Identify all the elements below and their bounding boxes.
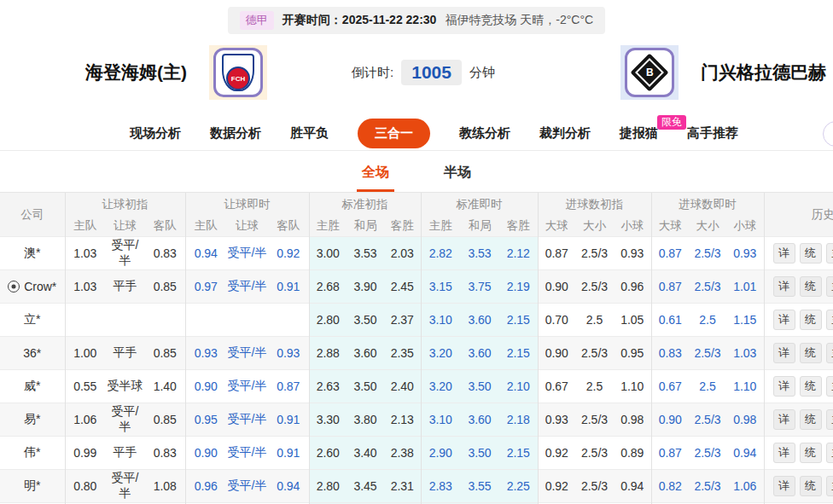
odds-cell: 2.5/3 (575, 237, 614, 270)
history-detail-button[interactable]: 详 (773, 310, 795, 330)
history-stats-button[interactable]: 统 (800, 443, 822, 463)
odds-cell: 1.01 (726, 270, 764, 304)
odds-cell: 1.06 (726, 470, 764, 503)
company-cell[interactable]: 立* (0, 304, 65, 337)
company-cell[interactable]: 明* (0, 470, 65, 503)
nav-item-referee-analysis[interactable]: 裁判分析 (539, 125, 591, 142)
tab-full-match[interactable]: 全场 (357, 164, 394, 192)
company-cell[interactable]: Crow* (0, 270, 65, 304)
nav-item-live-analysis[interactable]: 现场分析 (130, 125, 181, 142)
history-main-button[interactable]: 主 (826, 443, 833, 463)
odds-cell: 1.10 (726, 370, 764, 403)
group-header-std-live: 标准即时 (421, 193, 538, 217)
history-detail-button[interactable]: 详 (773, 276, 795, 297)
sub-header: 大球 (651, 216, 689, 237)
nav-item-data-analysis[interactable]: 数据分析 (210, 125, 261, 142)
history-main-button[interactable]: 主 (826, 243, 833, 264)
odds-cell: 3.50 (347, 370, 384, 403)
odds-cell: 0.90 (185, 437, 226, 470)
odds-cell: 平手 (105, 270, 145, 304)
history-stats-button[interactable]: 统 (800, 310, 822, 330)
odds-cell: 2.90 (421, 437, 460, 470)
history-detail-button[interactable]: 详 (773, 476, 795, 496)
football-icon (8, 281, 20, 293)
sub-header: 大小 (575, 216, 614, 237)
history-stats-button[interactable]: 统 (800, 409, 822, 430)
odds-cell: 0.94 (268, 470, 309, 503)
history-detail-button[interactable]: 详 (773, 243, 795, 264)
history-main-button[interactable]: 主 (826, 376, 833, 397)
countdown-value: 1005 (401, 60, 462, 85)
away-team: B 门兴格拉德巴赫 (620, 45, 826, 100)
history-stats-button[interactable]: 统 (800, 476, 822, 496)
history-main-button[interactable]: 主 (826, 310, 833, 330)
odds-cell: 2.5/3 (575, 403, 614, 437)
nav-item-jiebaomao[interactable]: 捷报猫 限免 (620, 125, 658, 142)
odds-cell: 2.40 (384, 370, 421, 403)
odds-cell: 3.00 (309, 237, 347, 270)
kickoff-time: 开赛时间：2025-11-22 22:30 (283, 13, 437, 28)
odds-cell: 3.10 (421, 304, 460, 337)
odds-cell: 2.80 (309, 304, 347, 337)
history-detail-button[interactable]: 详 (773, 443, 795, 463)
sub-header: 和局 (347, 216, 384, 237)
company-cell[interactable]: 澳* (0, 237, 65, 270)
odds-cell: 2.37 (384, 304, 421, 337)
history-detail-button[interactable]: 详 (773, 376, 795, 397)
odds-cell: 3.50 (460, 370, 499, 403)
odds-cell: 2.5/3 (689, 470, 726, 503)
tab-half-match[interactable]: 半场 (439, 164, 476, 192)
odds-cell: 2.5 (575, 304, 614, 337)
history-cell: 详统主 (764, 237, 833, 270)
group-header-handicap-initial: 让球初指 (65, 193, 185, 217)
odds-cell: 0.93 (726, 237, 764, 270)
history-detail-button[interactable]: 详 (773, 409, 795, 430)
odds-cell: 2.82 (421, 237, 460, 270)
odds-cell: 1.03 (65, 270, 105, 304)
odds-cell: 0.83 (145, 437, 185, 470)
odds-table-container: 公司 让球初指 让球即时 标准初指 标准即时 进球数初指 进球数即时 历史资料 … (0, 192, 833, 504)
odds-cell: 3.60 (460, 403, 499, 437)
odds-cell: 1.10 (614, 370, 651, 403)
table-row: 明*0.80受平/半1.080.96受平/半0.942.803.452.312.… (0, 470, 833, 503)
sub-header: 让球 (105, 216, 145, 237)
nav-item-three-in-one[interactable]: 三合一 (358, 119, 430, 148)
history-stats-button[interactable]: 统 (800, 243, 822, 264)
odds-cell: 0.61 (651, 304, 689, 337)
league-badge[interactable]: 德甲 (240, 11, 274, 30)
odds-cell: 1.03 (65, 237, 105, 270)
odds-cell: 2.35 (384, 337, 421, 370)
odds-cell: 0.90 (185, 370, 226, 403)
odds-cell: 2.03 (384, 237, 421, 270)
nav-item-wdl[interactable]: 胜平负 (290, 125, 329, 142)
company-cell[interactable]: 36* (0, 337, 65, 370)
history-cell: 详统主 (764, 470, 833, 503)
history-stats-button[interactable]: 统 (800, 376, 822, 397)
odds-cell: 0.92 (538, 437, 575, 470)
odds-cell: 3.50 (347, 304, 384, 337)
odds-cell: 3.50 (460, 437, 499, 470)
history-cell: 详统主 (764, 337, 833, 370)
table-row: 威*0.55受半球1.400.90受平/半0.872.633.502.403.2… (0, 370, 833, 403)
more-button[interactable]: 返 (823, 121, 833, 147)
history-detail-button[interactable]: 详 (773, 343, 795, 363)
odds-cell: 2.15 (499, 304, 538, 337)
company-cell[interactable]: 易* (0, 403, 65, 437)
company-cell[interactable]: 伟* (0, 437, 65, 470)
history-main-button[interactable]: 主 (826, 476, 833, 496)
sub-header: 主队 (65, 216, 105, 237)
nav-item-coach-analysis[interactable]: 教练分析 (459, 125, 510, 142)
odds-cell: 0.96 (614, 270, 651, 304)
odds-cell: 2.38 (384, 437, 421, 470)
odds-cell: 0.94 (614, 470, 651, 503)
history-main-button[interactable]: 主 (826, 276, 833, 297)
odds-cell: 受平/半 (226, 270, 268, 304)
history-main-button[interactable]: 主 (826, 343, 833, 363)
odds-cell: 受半球 (105, 370, 145, 403)
company-cell[interactable]: 威* (0, 370, 65, 403)
history-stats-button[interactable]: 统 (800, 343, 822, 363)
period-tabs: 全场 半场 (0, 151, 833, 192)
history-stats-button[interactable]: 统 (800, 276, 822, 297)
history-main-button[interactable]: 主 (826, 409, 833, 430)
nav-item-expert-picks[interactable]: 高手推荐 (687, 125, 738, 142)
